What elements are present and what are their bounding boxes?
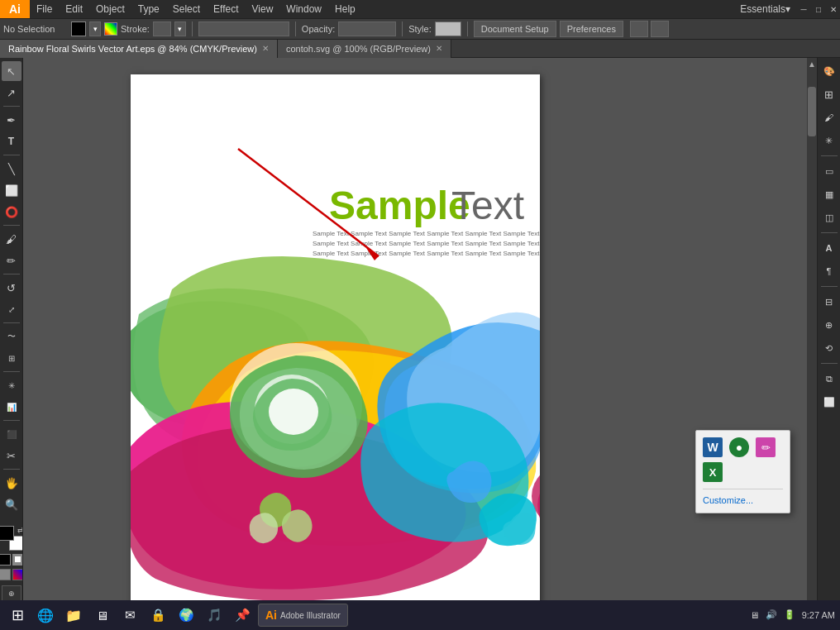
taskbar-folder[interactable]: 📁 <box>61 603 86 628</box>
preferences-button[interactable]: Preferences <box>560 21 623 37</box>
popup-icon-green[interactable]: ● <box>729 437 749 457</box>
vertical-scrollbar[interactable]: ▲ ▼ <box>807 58 817 609</box>
taskbar-security[interactable]: 🔒 <box>146 603 170 628</box>
panel-text[interactable]: A <box>819 238 839 258</box>
screen-mode2[interactable] <box>12 569 24 580</box>
tab-eps-close[interactable]: ✕ <box>262 44 269 53</box>
panel-stroke[interactable]: ▭ <box>819 161 839 181</box>
hand-tool[interactable]: 🖐 <box>2 473 21 493</box>
tab-svg-label: contoh.svg @ 100% (RGB/Preview) <box>286 44 431 54</box>
fg-bg-color: ⇄ <box>0 526 23 551</box>
stroke-color-box[interactable] <box>153 21 171 36</box>
zoom-tool[interactable]: 🔍 <box>2 494 21 514</box>
pencil-tool[interactable]: ✏ <box>2 251 21 270</box>
svg-text:Sample Text Sample Text Sample: Sample Text Sample Text Sample Text Samp… <box>313 240 540 247</box>
arrange-icon[interactable] <box>630 21 648 37</box>
fill-swatch[interactable] <box>104 22 117 36</box>
direct-selection-tool[interactable]: ↗ <box>2 83 21 103</box>
minimize-button[interactable]: ─ <box>797 2 810 16</box>
scale-tool[interactable]: ⤢ <box>2 299 21 319</box>
taskbar-pin[interactable]: 📌 <box>230 603 255 628</box>
panel-align[interactable]: ⊟ <box>819 292 839 312</box>
rotate-tool[interactable]: ↺ <box>2 278 21 298</box>
menu-type[interactable]: Type <box>131 2 166 17</box>
tray-sound[interactable]: 🔊 <box>766 609 777 620</box>
scroll-up-btn[interactable]: ▲ <box>806 58 817 70</box>
panel-brushes[interactable]: 🖌 <box>819 107 839 127</box>
panel-artboards[interactable]: ⬜ <box>819 392 839 412</box>
paintbrush-tool[interactable]: 🖌 <box>2 229 21 249</box>
menu-edit[interactable]: Edit <box>59 2 89 17</box>
scroll-thumb[interactable] <box>808 87 816 136</box>
panel-color[interactable]: 🎨 <box>819 61 839 81</box>
tab-eps[interactable]: Rainbow Floral Swirls Vector Art.eps @ 8… <box>0 40 278 58</box>
swap-colors-icon[interactable]: ⇄ <box>17 526 24 534</box>
line-tool[interactable]: ╲ <box>2 159 21 179</box>
menu-window[interactable]: Window <box>279 2 328 17</box>
taskbar-illustrator-btn[interactable]: Ai Adobe Illustrator <box>258 604 348 627</box>
free-transform[interactable]: ⊞ <box>2 348 21 368</box>
pen-tool[interactable]: ✒ <box>2 110 21 130</box>
taskbar-ie[interactable]: 🌐 <box>33 603 58 628</box>
none-color[interactable] <box>12 554 24 566</box>
menu-help[interactable]: Help <box>328 2 362 17</box>
taskbar-browser[interactable]: 🌍 <box>174 603 198 628</box>
close-button[interactable]: ✕ <box>827 2 840 16</box>
panel-pathfinder[interactable]: ⊕ <box>819 315 839 335</box>
popup-icon-excel[interactable]: X <box>703 462 723 482</box>
stroke-arrow[interactable]: ▾ <box>174 21 186 36</box>
popup-customize-label[interactable]: Customize... <box>703 495 753 505</box>
canvas-area[interactable]: Sample Text Sample Text Sample Text Samp… <box>23 58 817 609</box>
menu-file[interactable]: File <box>30 2 59 17</box>
restore-button[interactable]: □ <box>812 2 825 16</box>
essentials-dropdown[interactable]: Essentials ▾ <box>740 3 795 15</box>
style-box[interactable] <box>435 21 461 36</box>
extra-buttons <box>630 21 669 37</box>
popup-icon-pen[interactable]: ✏ <box>756 437 776 457</box>
tab-svg-close[interactable]: ✕ <box>436 44 442 53</box>
popup-icon-word[interactable]: W <box>703 437 723 457</box>
panel-symbols[interactable]: ✳ <box>819 131 839 150</box>
slice-tool[interactable]: ✂ <box>2 446 21 465</box>
tray-network[interactable]: 🖥 <box>750 610 759 620</box>
menu-select[interactable]: Select <box>166 2 207 17</box>
taskbar-music[interactable]: 🎵 <box>202 603 227 628</box>
document-setup-button[interactable]: Document Setup <box>474 21 556 37</box>
fill-arrow[interactable]: ▾ <box>89 21 101 36</box>
panel-gradient[interactable]: ▦ <box>819 184 839 204</box>
tool-sep7 <box>3 420 20 421</box>
taskbar-cmd[interactable]: 🖥 <box>89 603 114 628</box>
svg-text:Sample Text Sample Text Sample: Sample Text Sample Text Sample Text Samp… <box>313 250 540 257</box>
foreground-color[interactable] <box>0 526 14 541</box>
rect-tool[interactable]: ⬜ <box>2 180 21 200</box>
tray-battery[interactable]: 🔋 <box>784 609 795 620</box>
menu-view[interactable]: View <box>246 2 280 17</box>
tab-svg[interactable]: contoh.svg @ 100% (RGB/Preview) ✕ <box>278 40 451 58</box>
ellipse-tool[interactable]: ⭕ <box>2 202 21 222</box>
start-button[interactable]: ⊞ <box>5 603 30 628</box>
right-panel: 🎨 ⊞ 🖌 ✳ ▭ ▦ ◫ A ¶ ⊟ ⊕ ⟲ ⧉ ⬜ <box>817 58 840 609</box>
type-tool[interactable]: T <box>2 131 21 151</box>
taskbar-mail[interactable]: ✉ <box>117 603 142 628</box>
graph-tool[interactable]: 📊 <box>2 397 21 417</box>
panel-transparency[interactable]: ◫ <box>819 208 839 227</box>
artboard-tool[interactable]: ⬛ <box>2 424 21 444</box>
panel-para[interactable]: ¶ <box>819 261 839 281</box>
warp-tool[interactable]: 〜 <box>2 327 21 346</box>
screen-mode1[interactable] <box>0 569 11 580</box>
separator3 <box>402 21 403 36</box>
panel-transform[interactable]: ⟲ <box>819 338 839 358</box>
panel-layers[interactable]: ⧉ <box>819 369 839 389</box>
selection-tool[interactable]: ↖ <box>2 61 21 81</box>
normal-mode[interactable] <box>0 554 11 566</box>
opacity-input[interactable]: 100% <box>338 21 396 36</box>
panel-swatches[interactable]: ⊞ <box>819 84 839 104</box>
symbolsprayer-tool[interactable]: ✳ <box>2 375 21 395</box>
fill-color-box[interactable] <box>71 21 86 36</box>
tool-sep3 <box>3 225 20 226</box>
stroke-pt-input[interactable]: 2 pt. ÌÔÔ·ÐÎ <box>198 21 289 36</box>
layers-btn[interactable]: ⊕ <box>2 585 21 602</box>
menu-object[interactable]: Object <box>89 2 131 17</box>
extra-btn2[interactable] <box>651 21 669 37</box>
menu-effect[interactable]: Effect <box>207 2 245 17</box>
